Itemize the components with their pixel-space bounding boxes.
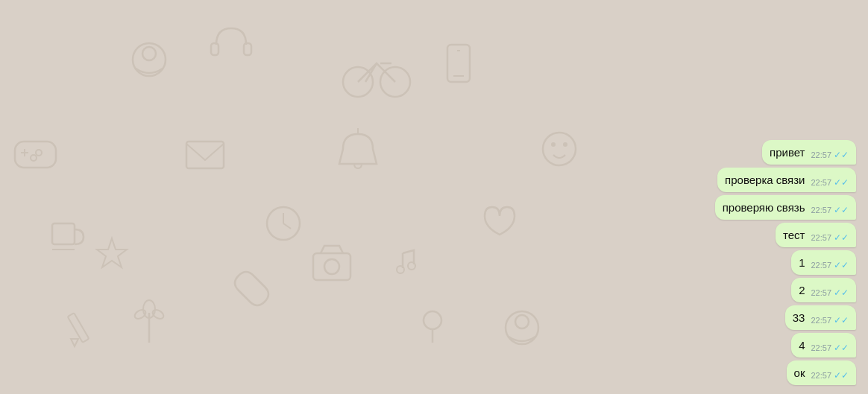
message-bubble: 222:57✓✓ <box>791 278 856 302</box>
message-text: ок <box>794 365 805 381</box>
message-meta: 22:57✓✓ <box>811 178 849 187</box>
chat-area: привет22:57✓✓проверка связи22:57✓✓провер… <box>0 0 868 394</box>
message-time: 22:57 <box>811 371 831 380</box>
message-bubble: 3322:57✓✓ <box>785 305 856 330</box>
message-text: 2 <box>799 282 805 298</box>
message-meta: 22:57✓✓ <box>811 371 849 380</box>
read-receipt-icon: ✓✓ <box>834 150 849 159</box>
message-text: 33 <box>793 310 805 325</box>
message-bubble: проверяю связь22:57✓✓ <box>715 195 856 220</box>
read-receipt-icon: ✓✓ <box>834 343 849 352</box>
message-time: 22:57 <box>811 261 831 270</box>
message-meta: 22:57✓✓ <box>811 150 849 159</box>
message-time: 22:57 <box>811 316 831 325</box>
read-receipt-icon: ✓✓ <box>834 261 849 270</box>
read-receipt-icon: ✓✓ <box>834 233 849 242</box>
message-text: проверяю связь <box>723 200 805 215</box>
read-receipt-icon: ✓✓ <box>834 178 849 187</box>
message-meta: 22:57✓✓ <box>811 206 849 215</box>
message-bubble: 122:57✓✓ <box>791 250 856 275</box>
message-meta: 22:57✓✓ <box>811 261 849 270</box>
message-time: 22:57 <box>811 206 831 215</box>
read-receipt-icon: ✓✓ <box>834 288 849 297</box>
message-meta: 22:57✓✓ <box>811 343 849 352</box>
message-text: 1 <box>799 255 805 270</box>
message-meta: 22:57✓✓ <box>811 233 849 242</box>
message-text: тест <box>783 227 805 243</box>
message-text: 4 <box>799 337 805 353</box>
message-bubble: привет22:57✓✓ <box>762 140 856 165</box>
message-bubble: проверка связи22:57✓✓ <box>717 168 856 192</box>
read-receipt-icon: ✓✓ <box>834 206 849 215</box>
read-receipt-icon: ✓✓ <box>834 371 849 380</box>
message-time: 22:57 <box>811 178 831 187</box>
message-text: проверка связи <box>725 172 805 188</box>
message-bubble: тест22:57✓✓ <box>776 223 856 247</box>
message-text: привет <box>770 144 805 160</box>
message-meta: 22:57✓✓ <box>811 288 849 297</box>
message-time: 22:57 <box>811 233 831 242</box>
message-time: 22:57 <box>811 288 831 297</box>
read-receipt-icon: ✓✓ <box>834 316 849 325</box>
message-time: 22:57 <box>811 343 831 352</box>
message-bubble: ок22:57✓✓ <box>787 360 856 385</box>
message-bubble: 422:57✓✓ <box>791 333 856 358</box>
message-meta: 22:57✓✓ <box>811 316 849 325</box>
message-time: 22:57 <box>811 150 831 159</box>
